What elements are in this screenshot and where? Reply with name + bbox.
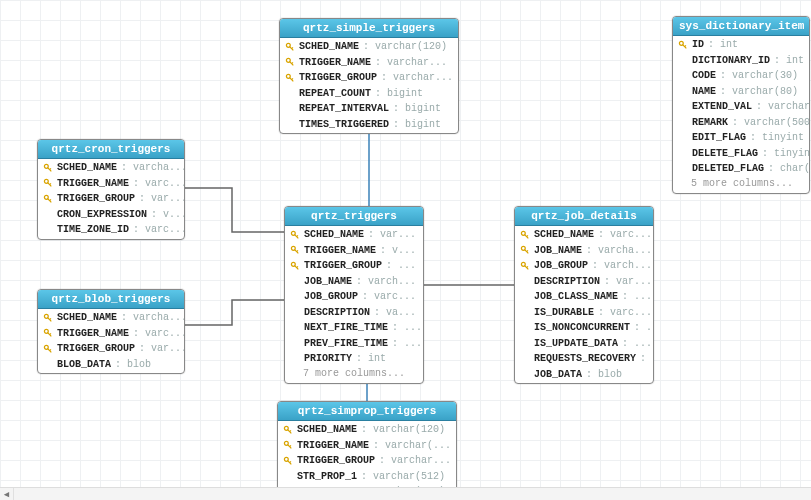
column-type: : int — [774, 54, 804, 68]
key-slot — [519, 291, 531, 303]
column-row[interactable]: TIME_ZONE_ID: varc... — [38, 222, 184, 238]
column-row[interactable]: REPEAT_COUNT: bigint — [280, 86, 458, 102]
column-row[interactable]: PRIORITY: int — [285, 351, 423, 367]
column-type: : varcha... — [121, 161, 185, 175]
column-row[interactable]: SCHED_NAME: varcha... — [38, 160, 184, 176]
column-row[interactable]: DICTIONARY_ID: int — [673, 53, 809, 69]
column-row[interactable]: TRIGGER_GROUP: var... — [38, 341, 184, 357]
table-qrtz_blob_triggers[interactable]: qrtz_blob_triggersSCHED_NAME: varcha...T… — [37, 289, 185, 374]
table-qrtz_simprop_triggers[interactable]: qrtz_simprop_triggersSCHED_NAME: varchar… — [277, 401, 457, 500]
key-slot — [519, 306, 531, 318]
column-row[interactable]: JOB_DATA: blob — [515, 367, 653, 383]
column-row[interactable]: TRIGGER_NAME: varchar(... — [278, 438, 456, 454]
key-slot — [519, 337, 531, 349]
column-row[interactable]: TRIGGER_GROUP: var... — [38, 191, 184, 207]
column-type: : bigint — [393, 118, 441, 132]
column-row[interactable]: IS_DURABLE: varc... — [515, 305, 653, 321]
column-row[interactable]: NEXT_FIRE_TIME: ... — [285, 320, 423, 336]
column-row[interactable]: JOB_GROUP: varc... — [285, 289, 423, 305]
column-row[interactable]: REPEAT_INTERVAL: bigint — [280, 101, 458, 117]
column-type: : ... — [392, 337, 422, 351]
column-name: CRON_EXPRESSION — [57, 208, 147, 222]
column-row[interactable]: TRIGGER_NAME: varc... — [38, 326, 184, 342]
column-name: TRIGGER_NAME — [57, 327, 129, 341]
scroll-left-arrow[interactable]: ◀ — [0, 488, 14, 501]
column-row[interactable]: JOB_CLASS_NAME: ... — [515, 289, 653, 305]
column-row[interactable]: TRIGGER_NAME: varc... — [38, 176, 184, 192]
column-type: : varchar(... — [373, 439, 451, 453]
column-row[interactable]: SCHED_NAME: varc... — [515, 227, 653, 243]
diagram-canvas[interactable]: qrtz_simple_triggersSCHED_NAME: varchar(… — [0, 0, 811, 500]
column-row[interactable]: IS_UPDATE_DATA: ... — [515, 336, 653, 352]
column-name: TRIGGER_NAME — [299, 56, 371, 70]
column-row[interactable]: CRON_EXPRESSION: v... — [38, 207, 184, 223]
column-row[interactable]: CODE: varchar(30) — [673, 68, 809, 84]
primary-key-icon — [284, 41, 296, 53]
table-header[interactable]: qrtz_simple_triggers — [280, 19, 458, 38]
key-slot — [519, 353, 531, 365]
column-name: IS_DURABLE — [534, 306, 594, 320]
column-name: JOB_DATA — [534, 368, 582, 382]
table-body: SCHED_NAME: varchar(120)TRIGGER_NAME: va… — [280, 38, 458, 133]
more-columns-label[interactable]: 5 more columns... — [673, 177, 809, 192]
table-header[interactable]: qrtz_job_details — [515, 207, 653, 226]
table-qrtz_cron_triggers[interactable]: qrtz_cron_triggersSCHED_NAME: varcha...T… — [37, 139, 185, 240]
column-row[interactable]: IS_NONCONCURRENT: ... — [515, 320, 653, 336]
table-body: SCHED_NAME: varcha...TRIGGER_NAME: varc.… — [38, 159, 184, 239]
column-row[interactable]: EDIT_FLAG: tinyint — [673, 130, 809, 146]
column-row[interactable]: DELETE_FLAG: tinyint — [673, 146, 809, 162]
column-row[interactable]: DELETED_FLAG: char(1) — [673, 161, 809, 177]
column-row[interactable]: BLOB_DATA: blob — [38, 357, 184, 373]
column-row[interactable]: SCHED_NAME: varchar(120) — [280, 39, 458, 55]
column-name: TRIGGER_GROUP — [297, 454, 375, 468]
column-type: : varc... — [133, 177, 185, 191]
column-row[interactable]: DESCRIPTION: va... — [285, 305, 423, 321]
key-slot — [677, 147, 689, 159]
column-row[interactable]: JOB_GROUP: varch... — [515, 258, 653, 274]
column-row[interactable]: DESCRIPTION: var... — [515, 274, 653, 290]
column-row[interactable]: TRIGGER_GROUP: ... — [285, 258, 423, 274]
table-header[interactable]: qrtz_cron_triggers — [38, 140, 184, 159]
table-header[interactable]: qrtz_triggers — [285, 207, 423, 226]
column-name: CODE — [692, 69, 716, 83]
column-type: : varchar... — [381, 71, 453, 85]
table-header[interactable]: qrtz_blob_triggers — [38, 290, 184, 309]
key-slot — [289, 306, 301, 318]
table-qrtz_job_details[interactable]: qrtz_job_detailsSCHED_NAME: varc...JOB_N… — [514, 206, 654, 384]
column-row[interactable]: ID: int — [673, 37, 809, 53]
column-row[interactable]: SCHED_NAME: varchar(120) — [278, 422, 456, 438]
table-body: ID: intDICTIONARY_ID: intCODE: varchar(3… — [673, 36, 809, 193]
key-slot — [677, 101, 689, 113]
table-sys_dictionary_item[interactable]: sys_dictionary_itemID: intDICTIONARY_ID:… — [672, 16, 810, 194]
column-row[interactable]: PREV_FIRE_TIME: ... — [285, 336, 423, 352]
column-name: SCHED_NAME — [299, 40, 359, 54]
column-row[interactable]: NAME: varchar(80) — [673, 84, 809, 100]
column-row[interactable]: TRIGGER_NAME: v... — [285, 243, 423, 259]
column-row[interactable]: STR_PROP_1: varchar(512) — [278, 469, 456, 485]
column-name: SCHED_NAME — [534, 228, 594, 242]
column-row[interactable]: TRIGGER_NAME: varchar... — [280, 55, 458, 71]
column-row[interactable]: SCHED_NAME: var... — [285, 227, 423, 243]
column-name: STR_PROP_1 — [297, 470, 357, 484]
column-row[interactable]: TRIGGER_GROUP: varchar... — [278, 453, 456, 469]
column-row[interactable]: TRIGGER_GROUP: varchar... — [280, 70, 458, 86]
table-qrtz_triggers[interactable]: qrtz_triggersSCHED_NAME: var...TRIGGER_N… — [284, 206, 424, 384]
column-type: : varch... — [356, 275, 416, 289]
primary-key-icon — [282, 439, 294, 451]
column-type: : var... — [139, 192, 185, 206]
column-name: DESCRIPTION — [304, 306, 370, 320]
horizontal-scrollbar[interactable]: ◀ — [0, 487, 811, 500]
table-header[interactable]: qrtz_simprop_triggers — [278, 402, 456, 421]
column-row[interactable]: JOB_NAME: varch... — [285, 274, 423, 290]
table-header[interactable]: sys_dictionary_item — [673, 17, 809, 36]
column-row[interactable]: REQUESTS_RECOVERY: — [515, 351, 653, 367]
column-row[interactable]: EXTEND_VAL: varchar(... — [673, 99, 809, 115]
column-row[interactable]: REMARK: varchar(500) — [673, 115, 809, 131]
column-row[interactable]: SCHED_NAME: varcha... — [38, 310, 184, 326]
column-type: : varchar(500) — [732, 116, 810, 130]
primary-key-icon — [282, 455, 294, 467]
column-row[interactable]: JOB_NAME: varcha... — [515, 243, 653, 259]
table-qrtz_simple_triggers[interactable]: qrtz_simple_triggersSCHED_NAME: varchar(… — [279, 18, 459, 134]
column-row[interactable]: TIMES_TRIGGERED: bigint — [280, 117, 458, 133]
more-columns-label[interactable]: 7 more columns... — [285, 367, 423, 382]
